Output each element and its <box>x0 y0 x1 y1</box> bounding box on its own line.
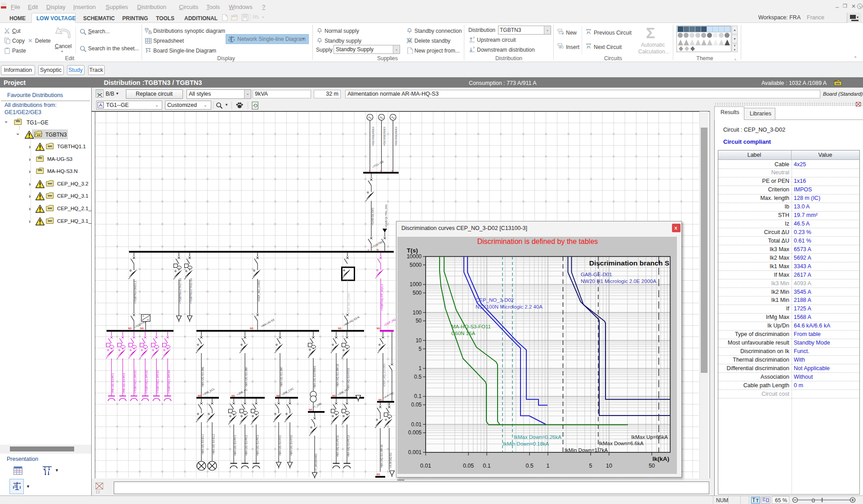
svg-text:0.05: 0.05 <box>463 463 474 469</box>
svg-text:=MA-UG-S3-PC1: =MA-UG-S3-PC1 <box>234 435 236 456</box>
svg-text:=JDB_ECL: =JDB_ECL <box>202 387 216 396</box>
svg-text:0.01: 0.01 <box>420 463 431 469</box>
svg-text:IkMin Down=0.18kA: IkMin Down=0.18kA <box>503 441 549 447</box>
svg-text:=TGBTN3: =TGBTN3 <box>371 240 383 249</box>
svg-text:=JDB_PC: =JDB_PC <box>236 388 249 396</box>
svg-text:=GAB-QI-TR3_D01: =GAB-QI-TR3_D01 <box>385 204 387 228</box>
svg-text:NS: NS <box>140 327 144 330</box>
svg-text:=GAB-GE-D01: =GAB-GE-D01 <box>371 207 374 225</box>
svg-text:IkMax Up=65kA: IkMax Up=65kA <box>631 434 668 440</box>
svg-text:NS: NS <box>276 394 280 397</box>
svg-text:0.1: 0.1 <box>483 463 490 469</box>
svg-text:NS: NS <box>332 394 336 397</box>
svg-text:=TGBTHQ1.1PC04: =TGBTHQ1.1PC04 <box>168 370 170 393</box>
svg-text:NS: NS <box>309 408 312 411</box>
svg-text:=T_D01: =T_D01 <box>312 402 322 409</box>
svg-text:NS: NS <box>377 473 380 476</box>
svg-text:Ik(kA): Ik(kA) <box>652 455 669 462</box>
svg-text:=MA-UG-S3-PC3: =MA-UG-S3-PC3 <box>256 435 259 456</box>
svg-text:=MA-HQ-S3-JBF10: =MA-HQ-S3-JBF10 <box>336 363 339 387</box>
svg-text:5000: 5000 <box>409 262 422 268</box>
svg-text:NS: NS <box>231 394 235 397</box>
svg-text:1000: 1000 <box>409 281 422 287</box>
svg-text:NS: NS <box>338 327 342 330</box>
svg-text:1: 1 <box>418 365 422 371</box>
svg-text:0.005: 0.005 <box>408 429 422 436</box>
svg-text:=TGBTHQ-CP_HQ3.2: =TGBTHQ-CP_HQ3.2 <box>381 284 383 311</box>
svg-text:=MA-UG-S3-PC2: =MA-UG-S3-PC2 <box>245 435 248 456</box>
svg-text:0.1: 0.1 <box>414 393 422 399</box>
svg-text:=A-R-HQ-S3: =A-R-HQ-S3 <box>389 452 392 468</box>
svg-text:=TGBTHQ1.1PC03: =TGBTHQ1.1PC03 <box>156 370 159 393</box>
svg-text:MA-HQ-S3-FO11: MA-HQ-S3-FO11 <box>451 324 491 329</box>
svg-text:NS: NS <box>198 394 201 397</box>
svg-text:=MA-UG-S3-FO2: =MA-UG-S3-FO2 <box>290 435 293 456</box>
svg-text:=MA-HQ-S3-JBF30: =MA-HQ-S3-JBF30 <box>380 444 383 468</box>
svg-text:=JDB_CVC: =JDB_CVC <box>281 387 294 396</box>
svg-text:100: 100 <box>413 309 422 316</box>
svg-text:s: s <box>391 169 393 172</box>
svg-text:=MA-HQ-S3-PC12: =MA-HQ-S3-PC12 <box>347 434 350 457</box>
svg-text:=MA-UG-S3TR001: =MA-UG-S3TR001 <box>313 365 316 389</box>
svg-text:0.01: 0.01 <box>411 421 422 428</box>
svg-text:=TGBTN3-OND1.2: =TGBTN3-OND1.2 <box>134 280 137 304</box>
svg-text:=MA-HQ-S3.N: =MA-HQ-S3.N <box>343 316 360 327</box>
svg-text:0.05: 0.05 <box>411 402 422 408</box>
svg-text:s: s <box>369 169 370 172</box>
svg-text:T(s): T(s) <box>407 247 418 254</box>
svg-text:NS: NS <box>128 327 132 330</box>
svg-text:=MA-UG-S3-EL2: =MA-UG-S3-EL2 <box>212 434 215 455</box>
svg-text:10: 10 <box>606 463 612 469</box>
svg-text:N: N <box>377 248 378 251</box>
svg-text:0.5: 0.5 <box>525 463 533 469</box>
svg-text:IkMax Down=0.26kA: IkMax Down=0.26kA <box>514 434 561 440</box>
svg-text:=MA-UG-S3-JBE: =MA-UG-S3-JBE <box>201 367 204 387</box>
svg-text:NS: NS <box>377 327 380 330</box>
svg-text:C60N 16A: C60N 16A <box>451 331 475 336</box>
svg-text:=MA-UG-S3-FO1: =MA-UG-S3-FO1 <box>279 435 281 456</box>
svg-text:=CEP_NO_3-D02: =CEP_NO_3-D02 <box>347 292 350 314</box>
svg-text:=MA-UG-S3-JBF: =MA-UG-S3-JBF <box>245 367 248 387</box>
svg-text:=MA-UG-S3: =MA-UG-S3 <box>261 318 275 327</box>
svg-text:IkMax Down=6.6kA: IkMax Down=6.6kA <box>599 441 644 446</box>
svg-text:10000: 10000 <box>407 253 422 260</box>
svg-text:50: 50 <box>649 463 655 469</box>
svg-text:NSX100N Micrologic 2.2 40A: NSX100N Micrologic 2.2 40A <box>476 304 543 309</box>
svg-text:NS: NS <box>378 398 382 401</box>
svg-text:s: s <box>380 169 382 172</box>
svg-text:IkMin Down=1.7kA: IkMin Down=1.7kA <box>565 447 608 453</box>
svg-text:=T_001DIV001: =T_001DIV001 <box>315 453 317 472</box>
svg-text:=GE1\GE2\GE3: =GE1\GE2\GE3 <box>372 126 374 146</box>
svg-text:=MA-HQ-S3-FO11: =MA-HQ-S3-FO11 <box>347 367 350 390</box>
svg-text:=MA-HQ-S3-PC11: =MA-HQ-S3-PC11 <box>336 435 339 457</box>
svg-text:0.5: 0.5 <box>414 374 422 380</box>
svg-text:s: s <box>368 248 369 251</box>
svg-text:=CEP_NO_3-D01: =CEP_NO_3-D01 <box>258 280 260 302</box>
svg-text:=TGBTN3-CTA17-S3: =TGBTN3-CTA17-S3 <box>179 278 182 304</box>
svg-text:=TGBTHQ1.1PC01: =TGBTHQ1.1PC01 <box>134 370 137 393</box>
svg-text:5: 5 <box>589 463 592 469</box>
svg-text:=PK-UG-S3-PC2: =PK-UG-S3-PC2 <box>123 373 125 393</box>
svg-text:=GE1\GE2\GE3: =GE1\GE2\GE3 <box>395 126 397 146</box>
svg-text:CEP_NO_3-D02: CEP_NO_3-D02 <box>476 297 514 303</box>
svg-text:1: 1 <box>547 463 550 469</box>
svg-text:=TGBTN3-CTA11-S3: =TGBTN3-CTA11-S3 <box>190 278 192 304</box>
svg-text:50: 50 <box>416 318 422 324</box>
svg-text:=TG1--GE: =TG1--GE <box>372 160 384 168</box>
svg-text:NS: NS <box>250 327 254 330</box>
svg-text:GAB-GE-D01: GAB-GE-D01 <box>581 272 612 277</box>
svg-text:500: 500 <box>413 290 422 296</box>
svg-text:0.001: 0.001 <box>408 449 422 455</box>
svg-text:NW20 H1 Micrologic 2.0E 2000A: NW20 H1 Micrologic 2.0E 2000A <box>581 279 656 284</box>
svg-text:Discrimination branch S: Discrimination branch S <box>589 259 669 267</box>
svg-text:10: 10 <box>416 337 422 344</box>
svg-text:=GE1\GE2\GE3: =GE1\GE2\GE3 <box>383 126 386 146</box>
svg-text:=MA-UG-S3-EL1: =MA-UG-S3-EL1 <box>201 434 204 455</box>
svg-text:5: 5 <box>418 346 422 352</box>
svg-text:=PK-UG-S3-PC1: =PK-UG-S3-PC1 <box>111 373 114 393</box>
svg-text:=CEP_HQ_3.2-D01: =CEP_HQ_3.2-D01 <box>383 363 386 387</box>
svg-text:=A-R-HQ: =A-R-HQ <box>383 391 394 399</box>
svg-text:=TGBTHQ1.1PC02: =TGBTHQ1.1PC02 <box>145 370 148 393</box>
svg-text:=MA-UG-S3-JBF: =MA-UG-S3-JBF <box>280 367 283 387</box>
